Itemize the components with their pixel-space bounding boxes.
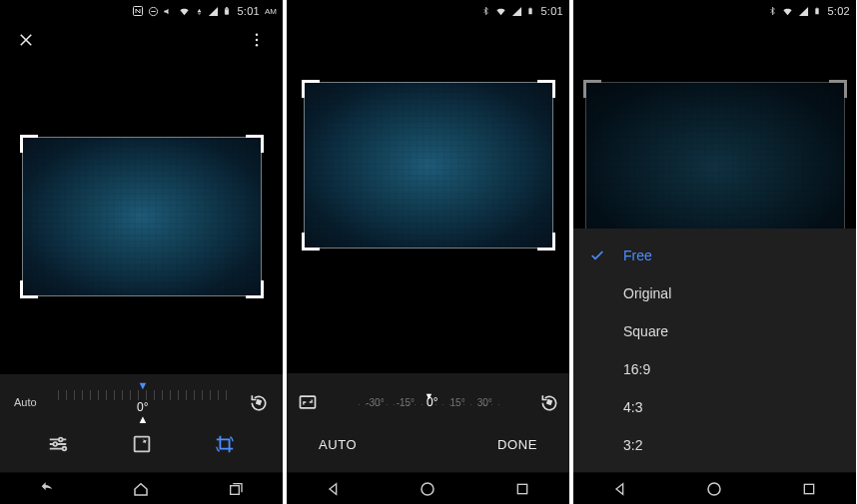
svg-point-9 [59, 438, 63, 442]
aspect-option-square[interactable]: Square [573, 312, 856, 350]
crop-handle-bottom-left[interactable] [302, 233, 320, 251]
bluetooth-icon [768, 5, 777, 17]
crop-handle-top-left[interactable] [302, 80, 320, 98]
check-icon [589, 248, 605, 263]
signal-icon [798, 6, 809, 17]
nav-recent-button[interactable] [796, 476, 822, 502]
more-vert-icon [248, 31, 266, 49]
battery-icon [223, 5, 231, 17]
wifi-icon [178, 6, 191, 17]
recent-square-icon [801, 481, 817, 497]
dnd-icon [148, 6, 159, 17]
aspect-option-3-2[interactable]: 3:2 [573, 426, 856, 464]
data-icon [195, 6, 204, 17]
svg-point-10 [53, 442, 57, 446]
svg-rect-22 [817, 8, 818, 9]
svg-rect-15 [529, 8, 532, 14]
angle-mark-pos15: 15° [448, 397, 467, 408]
nav-home-button[interactable] [128, 476, 154, 502]
crop-handle-bottom-left[interactable] [20, 280, 38, 298]
nav-back-button[interactable] [34, 476, 60, 502]
done-button[interactable]: DONE [497, 437, 537, 452]
bluetooth-icon [481, 5, 490, 17]
nav-home-button[interactable] [415, 476, 440, 502]
close-icon [17, 31, 35, 49]
crop-frame[interactable] [22, 137, 262, 296]
battery-icon [526, 5, 534, 17]
svg-rect-16 [530, 8, 531, 9]
auto-button[interactable]: AUTO [319, 437, 357, 452]
status-time: 5:01 [540, 5, 563, 17]
crop-frame[interactable] [304, 82, 553, 249]
wifi-icon [494, 6, 507, 17]
aspect-option-label: Square [623, 323, 668, 339]
angle-ticks [359, 404, 499, 405]
panel-1-crop-editor: 5:01 AM Auto ▼ 0° ▲ [0, 0, 283, 504]
crop-stage[interactable] [0, 58, 283, 374]
nav-back-button[interactable] [607, 476, 633, 502]
aspect-option-16-9[interactable]: 16:9 [573, 350, 856, 388]
crop-handle-bottom-right[interactable] [537, 233, 555, 251]
aspect-ratio-button[interactable] [297, 392, 319, 412]
status-time: 5:02 [827, 5, 850, 17]
aspect-option-4-3[interactable]: 4:3 [573, 388, 856, 426]
crop-stage[interactable] [287, 22, 569, 373]
svg-rect-4 [226, 10, 229, 14]
aspect-ratio-icon [297, 392, 319, 412]
crop-handle-top-left[interactable] [20, 135, 38, 153]
aspect-option-label: 3:2 [623, 437, 642, 453]
angle-caret-down-icon: ▼ [137, 382, 148, 388]
aspect-option-label: Free [623, 248, 652, 263]
aspect-option-label: 4:3 [623, 399, 642, 415]
rotate-icon [249, 392, 269, 412]
crop-handle-top-right[interactable] [246, 135, 264, 153]
svg-point-6 [256, 39, 258, 41]
auto-label[interactable]: Auto [14, 396, 37, 408]
angle-mark-neg15: -15° [395, 397, 417, 408]
aspect-option-original[interactable]: Original [573, 274, 856, 312]
aspect-option-label: 16:9 [623, 361, 650, 377]
nav-recent-button[interactable] [223, 476, 249, 502]
filters-tab[interactable] [128, 430, 156, 458]
crop-handle-bottom-right[interactable] [246, 280, 264, 298]
angle-value: 0° [137, 400, 148, 414]
tune-tab[interactable] [44, 430, 72, 458]
angle-slider[interactable]: ▼ 0° ▲ [37, 382, 249, 422]
panel-3-aspect-menu: 5:02 Free Original Square 16:9 4:3 3:2 [573, 0, 856, 504]
svg-rect-12 [134, 437, 149, 452]
crop-controls: Auto ▼ 0° ▲ [0, 374, 283, 472]
home-circle-icon [419, 480, 436, 498]
svg-rect-21 [816, 8, 819, 14]
rotate-controls: ▼ -30° -15° 0° 15° 30° AUTO DONE [287, 373, 569, 472]
action-row: AUTO DONE [297, 425, 559, 466]
crop-frame-dimmed [585, 82, 845, 252]
svg-rect-14 [230, 485, 239, 494]
rotate-90-button[interactable] [249, 392, 269, 412]
signal-icon [511, 6, 522, 17]
nav-recent-button[interactable] [509, 476, 535, 502]
editor-mode-tabs [14, 420, 269, 464]
home-circle-icon [705, 480, 723, 498]
crop-tab[interactable] [211, 430, 239, 458]
aspect-option-free[interactable]: Free [573, 237, 856, 274]
angle-mark-pos30: 30° [475, 397, 494, 408]
nav-back-button[interactable] [321, 476, 347, 502]
nfc-icon [132, 5, 144, 17]
nav-home-button[interactable] [701, 476, 727, 502]
angle-slider[interactable]: ▼ -30° -15° 0° 15° 30° [319, 395, 539, 409]
status-bar: 5:01 AM [0, 0, 283, 22]
status-bar: 5:01 [287, 0, 569, 22]
rotate-90-button[interactable] [539, 392, 559, 412]
status-ampm: AM [265, 7, 277, 16]
crop-handle-top-right[interactable] [537, 80, 555, 98]
more-button[interactable] [243, 26, 271, 54]
svg-rect-20 [517, 484, 526, 493]
filters-icon [131, 433, 153, 455]
editor-topbar [0, 22, 283, 58]
home-icon [132, 480, 150, 498]
svg-point-5 [256, 34, 258, 36]
system-nav-bar [573, 472, 856, 504]
battery-icon [813, 5, 821, 17]
svg-rect-17 [301, 396, 316, 408]
close-button[interactable] [12, 26, 40, 54]
